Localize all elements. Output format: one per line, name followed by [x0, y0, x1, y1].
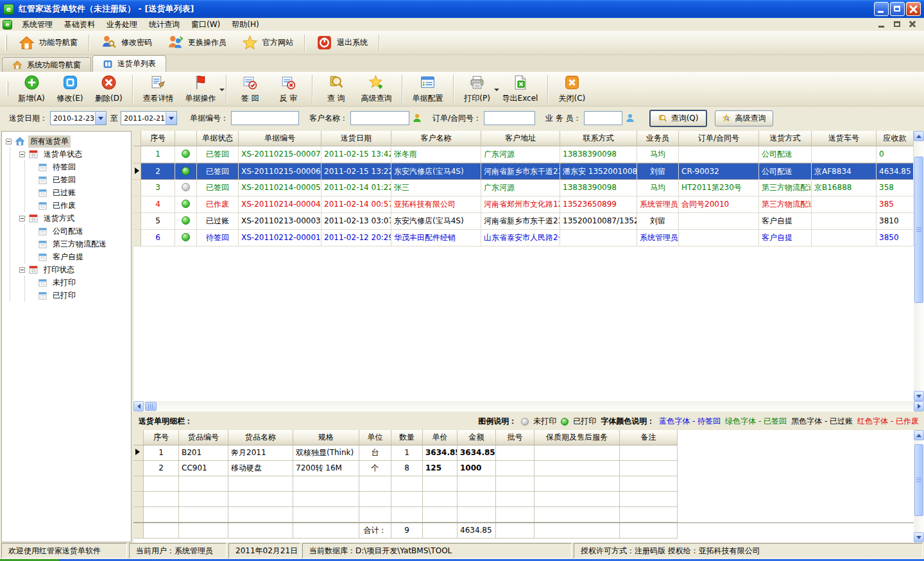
tree-item-all-orders[interactable]: 所有送货单: [2, 135, 131, 148]
advanced-query-button[interactable]: 高级查询: [355, 73, 398, 105]
col-item-name[interactable]: 货品名称: [228, 430, 293, 445]
add-button[interactable]: 新增(A): [12, 73, 51, 105]
tree-item-label[interactable]: 未打印: [51, 277, 78, 289]
col-order-no[interactable]: 订单/合同号: [679, 131, 759, 146]
mdi-minimize-button[interactable]: [875, 19, 888, 30]
col-spec[interactable]: 规格: [293, 430, 359, 445]
order-no-input[interactable]: [484, 111, 535, 125]
tree-collapse-icon[interactable]: [19, 151, 25, 157]
col-print-dot[interactable]: [175, 131, 197, 146]
print-button[interactable]: 打印(P): [458, 73, 497, 105]
tree-item-posted[interactable]: 已过账: [25, 186, 131, 199]
col-batch[interactable]: 批号: [496, 430, 535, 445]
salesman-picker-icon[interactable]: [625, 113, 635, 123]
tree-collapse-icon[interactable]: [19, 216, 25, 221]
tree-item-not-printed[interactable]: 未打印: [25, 276, 131, 289]
col-status[interactable]: 单据状态: [197, 131, 239, 146]
tree-item-printed[interactable]: 已打印: [25, 289, 131, 302]
combo-dropdown-button[interactable]: [166, 112, 176, 125]
tree-item-label[interactable]: 送货方式: [42, 212, 76, 225]
scrollbar-thumb[interactable]: [914, 444, 923, 516]
close-view-button[interactable]: 关闭(C): [552, 73, 591, 105]
reject-audit-button[interactable]: 反 审: [270, 73, 308, 105]
col-item-code[interactable]: 货品编号: [179, 430, 228, 445]
tree-item-label[interactable]: 第三方物流配送: [51, 238, 108, 250]
col-no[interactable]: 序号: [144, 430, 179, 445]
order-row-1[interactable]: 1 已签回 XS-20110215-00007 2011-02-15 13:42…: [133, 146, 914, 163]
main-table-vertical-scrollbar[interactable]: [914, 131, 924, 401]
col-qty[interactable]: 数量: [391, 430, 423, 445]
scroll-right-button[interactable]: [914, 401, 924, 411]
official-website-button[interactable]: 官方网站: [234, 32, 301, 53]
switch-operator-button[interactable]: 更换操作员: [160, 32, 234, 53]
nav-window-button[interactable]: 功能导航窗: [11, 32, 85, 53]
query-submit-button[interactable]: 查询(Q): [649, 110, 707, 127]
tree-group-print-status[interactable]: 打印状态: [10, 263, 131, 276]
tree-item-company-delivery[interactable]: 公司配送: [25, 225, 131, 237]
edit-button[interactable]: 修改(E): [51, 73, 89, 105]
col-delivery-method[interactable]: 送货方式: [759, 131, 812, 146]
col-bill-no[interactable]: 单据编号: [239, 131, 321, 146]
tree-item-label[interactable]: 客户自提: [51, 251, 85, 263]
customer-picker-icon[interactable]: [412, 113, 422, 123]
scrollbar-thumb[interactable]: [145, 402, 157, 411]
tree-group-delivery-method[interactable]: 送货方式: [10, 212, 131, 225]
tree-item-third-party-logistics[interactable]: 第三方物流配送: [25, 237, 131, 250]
tree-item-label[interactable]: 已打印: [51, 289, 78, 302]
advanced-query-open-button[interactable]: 高级查询: [715, 110, 773, 126]
view-detail-button[interactable]: 查看详情: [137, 73, 180, 105]
scrollbar-thumb[interactable]: [914, 157, 923, 303]
minimize-button[interactable]: [874, 2, 889, 16]
scroll-up-button[interactable]: [914, 131, 924, 141]
scroll-down-button[interactable]: [914, 391, 924, 401]
col-amount[interactable]: 金额: [458, 430, 496, 445]
tree-item-customer-pickup[interactable]: 客户自提: [25, 250, 131, 263]
tab-delivery-order-list[interactable]: 送货单列表: [92, 55, 166, 72]
export-excel-button[interactable]: 导出Excel: [497, 73, 544, 105]
menu-system[interactable]: 系统管理: [16, 18, 58, 31]
toolbar-grip[interactable]: [6, 82, 8, 97]
col-unit[interactable]: 单位: [359, 430, 391, 445]
tree-group-order-status[interactable]: 送货单状态: [10, 148, 131, 160]
tree-collapse-icon[interactable]: [6, 139, 12, 144]
tree-item-voided[interactable]: 已作废: [25, 199, 131, 212]
order-row-6[interactable]: 6 待签回 XS-20110212-00001 2011-02-12 20:29…: [133, 230, 914, 246]
detail-row-2[interactable]: 2 CC901 移动硬盘 7200转 16M 个 8 125 1000: [133, 461, 914, 476]
order-row-3[interactable]: 3 已签回 XS-20110214-00005 2011-02-14 01:22…: [133, 180, 914, 196]
tree-item-label[interactable]: 待签回: [51, 161, 78, 173]
menu-help[interactable]: 帮助(H): [226, 18, 264, 31]
customer-input[interactable]: [350, 111, 409, 125]
menu-statistics[interactable]: 统计查询: [143, 18, 185, 31]
tree-item-signed-back[interactable]: 已签回: [25, 173, 131, 186]
mdi-restore-button[interactable]: [891, 19, 903, 30]
col-note[interactable]: 备注: [620, 430, 678, 445]
bill-no-input[interactable]: [231, 111, 299, 125]
col-warranty[interactable]: 保质期及售后服务: [535, 430, 620, 445]
tree-item-label[interactable]: 已过账: [51, 187, 78, 199]
order-row-2-selected[interactable]: 2 已签回 XS-20110215-00006 2011-02-15 13:22…: [133, 163, 914, 180]
detail-table-vertical-scrollbar[interactable]: [914, 430, 924, 542]
menu-base-data[interactable]: 基础资料: [58, 18, 101, 31]
col-salesman[interactable]: 业务员: [637, 131, 679, 146]
col-truck-no[interactable]: 送货车号: [812, 131, 877, 146]
combo-dropdown-button[interactable]: [95, 112, 106, 125]
bill-config-button[interactable]: 单据配置: [407, 73, 449, 105]
col-price[interactable]: 单价: [423, 430, 458, 445]
tab-system-navigator[interactable]: 系统功能导航窗: [2, 57, 91, 72]
scroll-up-button[interactable]: [914, 430, 924, 440]
delete-button[interactable]: 删除(D): [89, 73, 128, 105]
date-from-combobox[interactable]: 2010-12-23: [50, 111, 107, 125]
close-button[interactable]: [906, 2, 921, 16]
col-contact[interactable]: 联系方式: [560, 131, 637, 146]
order-row-5[interactable]: 5 已过账 XS-20110213-00003 2011-02-13 03:07…: [133, 213, 914, 230]
tree-item-label[interactable]: 打印状态: [42, 264, 76, 276]
main-table-horizontal-scrollbar[interactable]: [133, 401, 924, 411]
tree-collapse-icon[interactable]: [19, 267, 25, 273]
order-row-4[interactable]: 4 已作废 XS-20110214-00004 2011-02-14 00:57…: [133, 196, 914, 213]
tree-item-label[interactable]: 所有送货单: [28, 135, 71, 148]
menu-business[interactable]: 业务处理: [101, 18, 143, 31]
menu-window[interactable]: 窗口(W): [185, 18, 226, 31]
col-delivery-date[interactable]: 送货日期: [321, 131, 391, 146]
change-password-button[interactable]: 修改密码: [93, 32, 160, 53]
tree-item-label[interactable]: 公司配送: [51, 225, 85, 237]
